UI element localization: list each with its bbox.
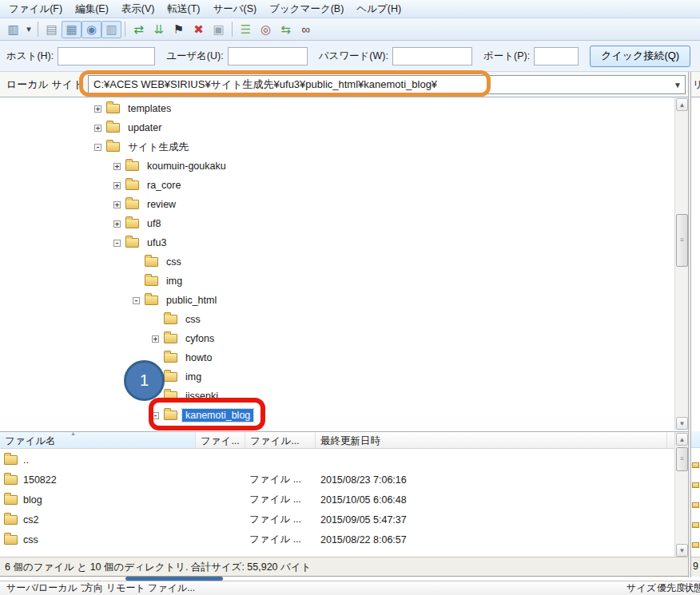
tree-expander-icon[interactable]: - <box>133 297 140 304</box>
cancel-icon[interactable]: ⚑ <box>169 21 189 38</box>
filter-icon[interactable]: ☰ <box>236 21 256 38</box>
quickconnect-button[interactable]: クイック接続(Q) <box>590 46 690 67</box>
remote-site-label: リ <box>691 72 700 97</box>
folder-icon <box>164 334 177 343</box>
scroll-down-icon[interactable]: ▼ <box>676 417 688 430</box>
column-header[interactable]: ファイル... <box>245 432 316 448</box>
tree-expander-icon[interactable]: + <box>113 182 121 189</box>
tree-scrollbar-thumb[interactable]: ≡ <box>676 214 688 267</box>
folder-icon <box>106 142 120 152</box>
site-manager-dropdown[interactable]: ▾ <box>23 21 34 38</box>
scroll-down-icon[interactable]: ▼ <box>676 544 688 557</box>
column-header[interactable]: ファイ... <box>196 432 245 448</box>
file-name: 150822 <box>23 474 57 486</box>
username-label: ユーザ名(U): <box>166 50 223 63</box>
tree-expander-icon[interactable]: + <box>152 335 159 343</box>
tree-expander-icon[interactable]: - <box>113 240 121 247</box>
file-name: css <box>23 534 38 545</box>
tree-item[interactable]: + koumuin-goukaku <box>0 157 674 176</box>
queue-column-header[interactable]: 優先度 <box>657 581 684 595</box>
file-list-scrollbar-thumb[interactable]: ≡ <box>676 447 688 471</box>
tree-scrollbar[interactable]: ▲ ≡ ▼ <box>674 97 688 430</box>
tree-expander-icon[interactable]: + <box>94 105 101 113</box>
tree-item[interactable]: + ra_core <box>0 176 674 195</box>
menu-server[interactable]: サーバ(S) <box>206 0 263 18</box>
tree-item-label: templates <box>125 102 174 115</box>
tree-item[interactable]: + uf8 <box>0 214 674 233</box>
queue-column-header[interactable]: サイズ <box>626 581 657 595</box>
tree-item[interactable]: + templates <box>0 99 674 118</box>
refresh-icon[interactable]: ⇄ <box>129 21 149 38</box>
queue-column-header[interactable]: 方向 <box>84 581 106 595</box>
disconnect-icon[interactable]: ✖ <box>189 21 209 38</box>
tree-item[interactable]: + 150822 <box>0 425 674 430</box>
queue-column-header[interactable]: 状態 <box>684 581 700 595</box>
tree-item[interactable]: img <box>0 272 674 291</box>
scroll-up-icon[interactable]: ▲ <box>676 433 688 446</box>
tree-item[interactable]: jissenki <box>0 387 674 406</box>
tree-expander-icon[interactable]: + <box>113 220 121 228</box>
tree-item[interactable]: css <box>0 252 674 272</box>
separator[interactable] <box>232 22 233 37</box>
process-queue-icon[interactable]: ⇊ <box>149 21 169 38</box>
column-header[interactable]: ファイル名 <box>0 432 196 448</box>
tree-item-label: 150822 <box>201 428 241 430</box>
tree-item[interactable]: + cyfons <box>0 329 674 348</box>
folder-icon <box>106 104 120 113</box>
file-row[interactable]: cs2 ファイル ... 2015/09/05 5:47:37 <box>0 510 674 530</box>
file-row[interactable]: css ファイル ... 2015/08/22 8:06:57 <box>0 530 674 549</box>
reconnect-icon[interactable]: ▣ <box>209 21 229 38</box>
tree-item[interactable]: - ufu3 <box>0 233 674 252</box>
file-row[interactable]: 150822 ファイル ... 2015/08/23 7:06:16 <box>0 470 674 490</box>
tree-expander-icon[interactable]: + <box>113 201 121 208</box>
password-input[interactable] <box>392 47 472 65</box>
tree-item[interactable]: + updater <box>0 118 674 137</box>
folder-icon <box>164 353 177 363</box>
tree-expander-icon[interactable]: - <box>152 412 159 419</box>
tree-item[interactable]: css <box>0 310 674 329</box>
menu-transfer[interactable]: 転送(T) <box>161 0 206 18</box>
tree-expander-icon[interactable]: + <box>94 125 101 132</box>
tree-item-label: css <box>182 313 204 326</box>
find-icon[interactable]: ∞ <box>296 21 316 38</box>
queue-column-header[interactable]: リモート ファイル... <box>106 581 626 595</box>
menu-bookmark[interactable]: ブックマーク(B) <box>263 0 350 18</box>
column-header[interactable]: 最終更新日時 <box>316 432 667 448</box>
folder-icon <box>4 455 18 465</box>
toggle-local-tree-icon[interactable]: ▦ <box>62 21 82 38</box>
queue-column-header[interactable]: サーバ/ローカル ファ... <box>6 581 84 595</box>
tree-item[interactable]: - kanemoti_blog <box>0 406 674 425</box>
remote-pane-sliver: リ 9 <box>691 72 700 577</box>
tree-item[interactable]: howto <box>0 348 674 367</box>
sync-browse-icon[interactable]: ⇆ <box>276 21 296 38</box>
menu-help[interactable]: ヘルプ(H) <box>350 0 408 18</box>
file-row[interactable]: blog ファイル ... 2015/10/05 6:06:48 <box>0 490 674 510</box>
file-list-scrollbar[interactable]: ▲ ≡ ▼ <box>674 432 688 557</box>
port-input[interactable] <box>534 47 579 65</box>
tree-expander-icon[interactable]: - <box>94 144 101 151</box>
tree-item[interactable]: + review <box>0 195 674 214</box>
menu-view[interactable]: 表示(V) <box>115 0 161 18</box>
menu-file[interactable]: ファイル(F) <box>2 0 69 18</box>
tree-item[interactable]: - サイト生成先 <box>0 137 674 157</box>
file-row[interactable]: .. <box>0 450 674 470</box>
separator[interactable] <box>38 22 38 37</box>
file-name: blog <box>23 494 42 506</box>
tree-item[interactable]: img <box>0 367 674 387</box>
tree-expander-icon[interactable]: + <box>113 163 121 170</box>
site-manager-icon[interactable]: ▥ <box>3 21 23 38</box>
local-tree-pane: + templates + updater - サイト生成先 + koumuin… <box>0 97 688 430</box>
separator[interactable] <box>125 22 125 37</box>
chevron-down-icon[interactable]: ▼ <box>674 81 682 89</box>
toggle-log-icon[interactable]: ▤ <box>42 21 62 38</box>
column-header[interactable] <box>691 431 700 448</box>
host-input[interactable] <box>58 47 155 65</box>
scroll-up-icon[interactable]: ▲ <box>676 98 688 111</box>
tree-item[interactable]: - public_html <box>0 291 674 310</box>
local-path-combobox[interactable]: C:¥ACES WEB¥SIRIUS¥サイト生成先¥ufu3¥public_ht… <box>88 75 686 94</box>
toggle-queue-icon[interactable]: ▥ <box>101 21 121 38</box>
compare-icon[interactable]: ◎ <box>256 21 276 38</box>
toggle-remote-tree-icon[interactable]: ◉ <box>82 21 101 38</box>
username-input[interactable] <box>228 47 308 65</box>
menu-edit[interactable]: 編集(E) <box>69 0 115 18</box>
